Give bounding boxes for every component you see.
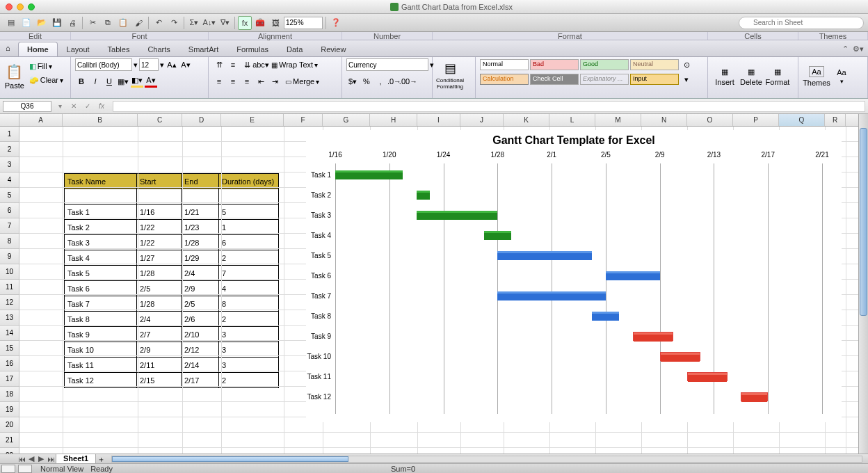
fx-icon[interactable]: fx (96, 101, 107, 112)
col-header-P[interactable]: P (733, 114, 779, 126)
save-icon[interactable]: 💾 (50, 16, 64, 30)
fill-color-button[interactable]: ◧▾ (131, 75, 143, 88)
align-middle-icon[interactable]: ≡ (227, 58, 239, 71)
select-all-corner[interactable] (0, 114, 19, 126)
align-right-icon[interactable]: ≡ (241, 75, 253, 88)
conditional-formatting-button[interactable]: ▤Conditional Formatting (437, 58, 463, 92)
col-header-I[interactable]: I (417, 114, 460, 126)
align-left-icon[interactable]: ≡ (213, 75, 225, 88)
gantt-bar[interactable] (606, 271, 660, 280)
zoom-window-button[interactable] (28, 3, 35, 10)
gantt-bar[interactable] (484, 231, 511, 240)
copy-icon[interactable]: ⧉ (101, 16, 115, 30)
zoom-select[interactable] (284, 17, 323, 29)
row-header[interactable]: 8 (0, 234, 19, 249)
gantt-bar[interactable] (660, 352, 700, 361)
col-header-H[interactable]: H (370, 114, 417, 126)
style-neutral[interactable]: Neutral (630, 59, 679, 70)
search-input[interactable] (739, 17, 864, 29)
sort-icon[interactable]: A↓▾ (202, 16, 216, 30)
percent-button[interactable]: % (360, 75, 373, 88)
new-file-icon[interactable]: 📄 (19, 16, 33, 30)
font-select[interactable] (75, 58, 132, 71)
col-header-D[interactable]: D (182, 114, 221, 126)
col-header-R[interactable]: R (825, 114, 846, 126)
style-calculation[interactable]: Calculation (480, 74, 529, 85)
row-header[interactable]: 13 (0, 310, 19, 326)
row-header[interactable]: 9 (0, 249, 19, 264)
row-header[interactable]: 18 (0, 387, 19, 402)
row-header[interactable]: 1 (0, 127, 19, 142)
col-header-J[interactable]: J (460, 114, 504, 126)
row-header[interactable]: 6 (0, 203, 19, 218)
clear-button[interactable]: 🧽Clear▾ (26, 74, 66, 86)
gantt-bar[interactable] (592, 312, 619, 321)
style-check-cell[interactable]: Check Cell (530, 74, 579, 85)
gantt-bar[interactable] (417, 211, 498, 220)
paste-button[interactable]: 📋Paste (4, 60, 25, 93)
col-header-L[interactable]: L (549, 114, 595, 126)
style-good[interactable]: Good (580, 59, 629, 70)
col-header-E[interactable]: E (221, 114, 284, 126)
open-icon[interactable]: 📂 (35, 16, 49, 30)
row-header[interactable]: 21 (0, 433, 19, 448)
tab-charts[interactable]: Charts (138, 42, 179, 56)
orientation-icon[interactable]: abc▾ (255, 58, 267, 71)
underline-button[interactable]: U (103, 75, 115, 88)
close-window-button[interactable] (6, 3, 13, 10)
filter-icon[interactable]: ∇▾ (218, 16, 232, 30)
name-dropdown-icon[interactable]: ▾ (54, 101, 65, 112)
col-header-Q[interactable]: Q (779, 114, 825, 126)
excel-icon[interactable]: ▤ (4, 16, 18, 30)
align-bottom-icon[interactable]: ⇊ (241, 58, 253, 71)
spreadsheet-grid[interactable]: ABCDEFGHIJKLMNOPQR 123456789101112131415… (0, 114, 858, 454)
row-header[interactable]: 11 (0, 280, 19, 295)
col-header-M[interactable]: M (595, 114, 641, 126)
tab-data[interactable]: Data (278, 42, 312, 56)
themes-button[interactable]: AaThemes (803, 60, 830, 93)
row-header[interactable]: 16 (0, 356, 19, 371)
font-color-button[interactable]: A▾ (145, 75, 157, 88)
align-center-icon[interactable]: ≡ (227, 75, 239, 88)
bold-button[interactable]: B (75, 75, 88, 88)
gantt-bar[interactable] (633, 332, 673, 341)
page-layout-view-button[interactable] (18, 465, 32, 473)
align-top-icon[interactable]: ⇈ (213, 58, 225, 71)
row-header[interactable]: 19 (0, 402, 19, 417)
row-header[interactable]: 12 (0, 295, 19, 310)
styles-dropdown-icon[interactable]: ▾ (680, 73, 693, 86)
settings-gear-icon[interactable]: ⚙▾ (853, 45, 864, 54)
cut-icon[interactable]: ✂ (86, 16, 99, 30)
row-header[interactable]: 15 (0, 341, 19, 356)
style-explanatory[interactable]: Explanatory ... (580, 74, 629, 85)
tab-tables[interactable]: Tables (99, 42, 139, 56)
gantt-bar[interactable] (687, 372, 728, 381)
row-header[interactable]: 2 (0, 142, 19, 157)
indent-dec-icon[interactable]: ⇤ (255, 75, 267, 88)
collapse-ribbon-icon[interactable]: ⌃ (842, 45, 849, 54)
sheet-tab[interactable]: Sheet1 (56, 454, 96, 464)
grow-font-icon[interactable]: A▴ (166, 58, 178, 71)
col-header-N[interactable]: N (641, 114, 687, 126)
gantt-bar[interactable] (741, 392, 768, 401)
normal-view-button[interactable] (1, 465, 15, 473)
col-header-G[interactable]: G (323, 114, 370, 126)
undo-icon[interactable]: ↶ (152, 16, 166, 30)
currency-button[interactable]: $▾ (346, 75, 359, 88)
style-input[interactable]: Input (630, 74, 679, 85)
vertical-scrollbar[interactable] (858, 114, 868, 454)
row-header[interactable]: 17 (0, 371, 19, 387)
tab-formulas[interactable]: Formulas (227, 42, 278, 56)
col-header-B[interactable]: B (63, 114, 138, 126)
gantt-bar[interactable] (497, 291, 606, 300)
borders-button[interactable]: ▦▾ (117, 75, 129, 88)
minimize-window-button[interactable] (17, 3, 24, 10)
row-header[interactable]: 10 (0, 264, 19, 280)
col-header-K[interactable]: K (504, 114, 549, 126)
fx-toggle-icon[interactable]: fx (238, 16, 252, 30)
insert-cells-button[interactable]: ▦Insert (712, 60, 737, 93)
gantt-chart[interactable]: Gantt Chart Template for Excel 1/161/201… (306, 130, 842, 422)
gantt-bar[interactable] (497, 251, 592, 260)
name-box[interactable] (3, 101, 51, 112)
row-header[interactable]: 3 (0, 157, 19, 173)
